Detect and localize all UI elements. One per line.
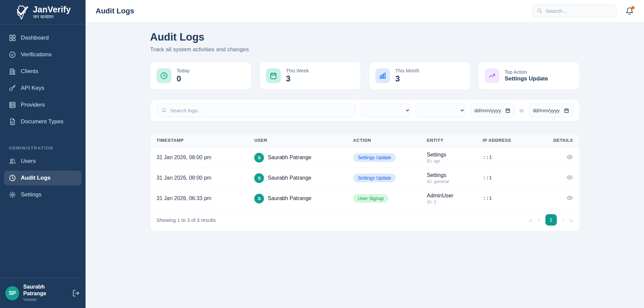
sidebar-item-label: Clients: [21, 68, 38, 75]
india-map-check-icon: [15, 5, 30, 19]
calendar-icon: [266, 68, 281, 83]
main-area: Audit Logs Audit Logs Track all system a…: [86, 0, 644, 308]
stat-value: 0: [177, 74, 190, 83]
entity-id: ID: api: [427, 159, 483, 164]
last-page-button[interactable]: »: [570, 217, 573, 223]
sidebar-item-providers[interactable]: Providers: [4, 98, 82, 112]
date-to-placeholder: dd/mm/yyyy: [533, 108, 560, 113]
stat-label: This Week: [286, 68, 309, 73]
sidebar-item-clients[interactable]: Clients: [4, 64, 82, 79]
logout-icon[interactable]: [72, 289, 80, 297]
current-page-button[interactable]: 1: [545, 214, 557, 226]
avatar: S: [254, 194, 264, 203]
action-filter-select[interactable]: [361, 104, 411, 117]
calendar-icon: [505, 108, 511, 113]
sidebar: JanVerify जन सत्यापन Dashboard Verificat…: [0, 0, 86, 308]
view-details-eye-icon[interactable]: [566, 174, 573, 181]
server-icon: [9, 101, 16, 109]
date-from-input[interactable]: dd/mm/yyyy: [470, 104, 515, 117]
sidebar-item-settings[interactable]: Settings: [4, 187, 82, 202]
notification-badge: [631, 6, 635, 9]
log-search: [157, 104, 356, 117]
calendar-icon: [564, 108, 569, 113]
stat-card-top-action: Top Action Settings Update: [478, 62, 580, 90]
sidebar-item-label: Document Types: [21, 118, 63, 125]
sidebar-item-users[interactable]: Users: [4, 154, 82, 169]
sidebar-item-verifications[interactable]: Verifications: [4, 47, 82, 62]
view-details-eye-icon[interactable]: [566, 194, 573, 201]
timestamp-cell: 31 Jan 2026, 06:33 pm: [157, 195, 255, 201]
col-details: DETAILS: [538, 138, 573, 143]
col-action: ACTION: [353, 138, 427, 143]
ip-cell: ::1: [483, 155, 538, 161]
sidebar-item-label: Providers: [21, 102, 45, 108]
brand-name: JanVerify: [33, 5, 71, 14]
bar-chart-icon: [375, 68, 390, 83]
avatar: SP: [5, 286, 19, 300]
page-subtitle: Track all system activities and changes: [150, 46, 580, 53]
entity-name: Settings: [427, 172, 483, 178]
action-badge: User Signup: [353, 194, 388, 203]
stat-card-this-week: This Week 3: [260, 62, 361, 90]
app-root: JanVerify जन सत्यापन Dashboard Verificat…: [0, 0, 644, 308]
notifications-bell-icon[interactable]: [625, 7, 634, 15]
key-icon: [9, 84, 16, 92]
stat-label: This Month: [395, 68, 420, 73]
user-cell: Saurabh Patrange: [268, 195, 311, 201]
stat-value: Settings Update: [505, 75, 548, 82]
building-icon: [9, 68, 16, 75]
gear-icon: [9, 191, 16, 198]
col-entity: ENTITY: [427, 138, 483, 143]
date-to-input[interactable]: dd/mm/yyyy: [529, 104, 573, 117]
sidebar-item-label: Users: [21, 158, 36, 165]
admin-nav: Users Audit Logs Settings: [0, 154, 86, 206]
date-separator: to: [520, 108, 524, 113]
entity-filter-select[interactable]: [416, 104, 465, 117]
entity-name: AdminUser: [427, 193, 483, 199]
action-badge: Settings Update: [353, 174, 396, 182]
view-details-eye-icon[interactable]: [566, 153, 573, 161]
filter-bar: dd/mm/yyyy to dd/mm/yyyy: [150, 99, 580, 122]
ip-cell: ::1: [483, 175, 538, 181]
brand-subtitle: जन सत्यापन: [33, 14, 71, 19]
user-name: Saurabh Patrange: [23, 284, 68, 297]
brand-logo: JanVerify जन सत्यापन: [0, 0, 86, 24]
prev-page-button[interactable]: ‹: [538, 217, 540, 223]
global-search: [532, 4, 616, 18]
stat-label: Today: [177, 68, 190, 73]
grid-icon: [9, 34, 16, 42]
entity-name: Settings: [427, 152, 483, 158]
stat-card-today: Today 0: [150, 62, 252, 90]
date-from-placeholder: dd/mm/yyyy: [474, 108, 501, 113]
search-icon: [537, 8, 542, 14]
users-icon: [9, 158, 16, 165]
sidebar-item-dashboard[interactable]: Dashboard: [4, 30, 82, 45]
sidebar-item-api-keys[interactable]: API Keys: [4, 81, 82, 96]
topbar-title: Audit Logs: [96, 7, 134, 15]
sidebar-item-label: Verifications: [21, 51, 52, 58]
col-ip: IP ADDRESS: [483, 138, 538, 143]
topbar: Audit Logs: [86, 0, 644, 22]
first-page-button[interactable]: «: [529, 217, 533, 223]
table-row: 31 Jan 2026, 08:00 pm S Saurabh Patrange…: [151, 168, 579, 188]
log-search-input[interactable]: [170, 108, 351, 114]
global-search-input[interactable]: [546, 8, 611, 14]
avatar: S: [254, 153, 264, 163]
check-circle-icon: [9, 51, 16, 58]
timestamp-cell: 31 Jan 2026, 08:00 pm: [157, 175, 255, 181]
user-cell: Saurabh Patrange: [268, 155, 311, 161]
audit-log-table: TIMESTAMP USER ACTION ENTITY IP ADDRESS …: [150, 133, 580, 231]
entity-id: ID: general: [427, 179, 483, 184]
pagination: « ‹ 1 › »: [529, 214, 573, 226]
document-icon: [9, 118, 16, 125]
sidebar-item-document-types[interactable]: Document Types: [4, 114, 82, 129]
next-page-button[interactable]: ›: [562, 217, 564, 223]
stat-value: 3: [286, 74, 309, 83]
entity-id: ID: 2: [427, 199, 483, 204]
page-title: Audit Logs: [150, 31, 580, 43]
col-user: USER: [254, 138, 353, 143]
table-row: 31 Jan 2026, 06:33 pm S Saurabh Patrange…: [151, 188, 579, 209]
sidebar-item-label: Dashboard: [21, 35, 49, 41]
sidebar-item-label: Audit Logs: [21, 175, 51, 181]
sidebar-item-audit-logs[interactable]: Audit Logs: [4, 171, 82, 185]
